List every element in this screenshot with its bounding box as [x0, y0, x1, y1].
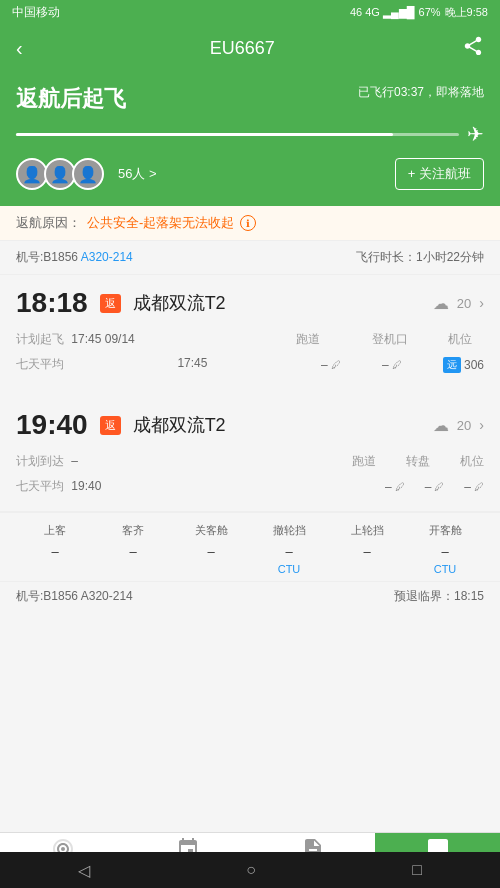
- flight-duration-info: 已飞行03:37，即将落地: [358, 84, 484, 101]
- avatar-3: 👤: [72, 158, 104, 190]
- departure-weather-icon: ☁: [433, 294, 449, 313]
- info-icon[interactable]: ℹ: [240, 215, 256, 231]
- flight-progress: ✈: [16, 122, 484, 146]
- status-sub-1: [94, 563, 172, 575]
- flight-status-text: 返航后起飞: [16, 84, 126, 114]
- departure-chevron-icon[interactable]: ›: [479, 295, 484, 311]
- status-value-row: – – – – – –: [16, 544, 484, 559]
- dep-sched-value: 17:45 09/14: [71, 332, 134, 346]
- status-val-5: –: [406, 544, 484, 559]
- status-col-3: 撤轮挡: [250, 523, 328, 538]
- aircraft-model-link[interactable]: A320-214: [81, 250, 133, 264]
- arr-sched-value: –: [71, 454, 78, 468]
- sys-back-button[interactable]: ◁: [78, 861, 90, 880]
- arr-runway-edit-icon: 🖊: [395, 481, 405, 492]
- departure-scheduled-row: 计划起飞 17:45 09/14 跑道 登机口 机位: [16, 327, 484, 352]
- hero-section: 返航后起飞 已飞行03:37，即将落地 ✈ 👤 👤 👤 56人 > + 关注航班: [0, 72, 500, 206]
- flight-duration: 飞行时长：1小时22分钟: [356, 249, 484, 266]
- bottom-preview: 预退临界：18:15: [394, 588, 484, 605]
- followers-count[interactable]: 56人 >: [118, 165, 157, 183]
- arrival-weather-icon: ☁: [433, 416, 449, 435]
- status-header-row: 上客 客齐 关客舱 撤轮挡 上轮挡 开客舱: [16, 523, 484, 538]
- status-col-4: 上轮挡: [328, 523, 406, 538]
- departure-temp: 20: [457, 296, 471, 311]
- dep-gate-edit-icon: 🖊: [392, 359, 402, 370]
- arr-turntable-value: –: [425, 480, 432, 494]
- arrival-airport: 成都双流T2: [133, 413, 226, 437]
- system-nav-bar: ◁ ○ □: [0, 852, 500, 888]
- sys-home-button[interactable]: ○: [246, 861, 256, 879]
- bottom-aircraft-info: 机号:B1856 A320-214: [16, 588, 133, 605]
- progress-track: [16, 133, 459, 136]
- status-sub-0: [16, 563, 94, 575]
- status-val-1: –: [94, 544, 172, 559]
- svg-point-0: [61, 847, 65, 851]
- dep-gate-value: –: [382, 358, 389, 372]
- status-val-3: –: [250, 544, 328, 559]
- followers-row: 👤 👤 👤 56人 > + 关注航班: [16, 158, 484, 190]
- dep-sched-label: 计划起飞: [16, 332, 64, 346]
- dep-position-label: 机位: [448, 331, 484, 348]
- status-right: 46 4G ▂▄▆█ 67% 晚上9:58: [350, 5, 488, 20]
- status-col-2: 关客舱: [172, 523, 250, 538]
- dep-runway-label: 跑道: [296, 331, 332, 348]
- dep-position-far-badge: 远: [443, 357, 461, 373]
- plane-icon: ✈: [467, 122, 484, 146]
- share-button[interactable]: [462, 35, 484, 62]
- arr-runway-label: 跑道: [352, 453, 376, 470]
- aircraft-number: 机号:B1856 A320-214: [16, 249, 133, 266]
- arr-sched-label: 计划到达: [16, 454, 64, 468]
- return-reason-label: 返航原因：: [16, 214, 81, 232]
- dep-gate-label: 登机口: [372, 331, 408, 348]
- flight-meta-bar: 机号:B1856 A320-214 飞行时长：1小时22分钟: [0, 241, 500, 275]
- share-icon: [462, 35, 484, 57]
- arrival-chevron-icon[interactable]: ›: [479, 417, 484, 433]
- app-header: ‹ EU6667: [0, 24, 500, 72]
- dep-runway-value: –: [321, 358, 328, 372]
- departure-values-row: 七天平均 17:45 – 🖊 – 🖊 远 306: [16, 352, 484, 377]
- arrival-values-row: 七天平均 19:40 – 🖊 – 🖊 – 🖊: [16, 474, 484, 499]
- status-col-5: 开客舱: [406, 523, 484, 538]
- arr-avg-label: 七天平均: [16, 479, 64, 493]
- arrival-badge: 返: [100, 416, 121, 435]
- return-reason-value: 公共安全-起落架无法收起: [87, 214, 234, 232]
- return-reason-bar: 返航原因： 公共安全-起落架无法收起 ℹ: [0, 206, 500, 241]
- status-sub-4: [328, 563, 406, 575]
- time-label: 晚上9:58: [445, 5, 488, 20]
- arrival-scheduled-row: 计划到达 – 跑道 转盘 机位: [16, 449, 484, 474]
- bottom-meta-bar: 机号:B1856 A320-214 预退临界：18:15: [0, 581, 500, 611]
- departure-badge: 返: [100, 294, 121, 313]
- status-col-0: 上客: [16, 523, 94, 538]
- arr-position-edit-icon: 🖊: [474, 481, 484, 492]
- status-val-0: –: [16, 544, 94, 559]
- sys-recent-button[interactable]: □: [412, 861, 422, 879]
- status-col-1: 客齐: [94, 523, 172, 538]
- back-button[interactable]: ‹: [16, 37, 23, 60]
- dep-avg-value: 17:45: [177, 356, 207, 373]
- arr-runway-value: –: [385, 480, 392, 494]
- status-sub-row: CTU CTU: [16, 563, 484, 575]
- arr-avg-value: 19:40: [71, 479, 101, 493]
- arr-turntable-label: 转盘: [406, 453, 430, 470]
- status-sub-3: CTU: [250, 563, 328, 575]
- status-sub-2: [172, 563, 250, 575]
- departure-segment: 18:18 返 成都双流T2 ☁ 20 › 计划起飞 17:45 09/14 跑…: [0, 275, 500, 397]
- status-sub-5: CTU: [406, 563, 484, 575]
- arrival-segment: 19:40 返 成都双流T2 ☁ 20 › 计划到达 – 跑道 转盘 机位 七天…: [0, 397, 500, 512]
- departure-airport: 成都双流T2: [133, 291, 226, 315]
- status-val-2: –: [172, 544, 250, 559]
- progress-fill: [16, 133, 393, 136]
- follower-avatars: 👤 👤 👤 56人 >: [16, 158, 157, 190]
- departure-time: 18:18: [16, 287, 88, 319]
- arrival-temp: 20: [457, 418, 471, 433]
- dep-position-value: 306: [464, 358, 484, 372]
- arr-position-label: 机位: [460, 453, 484, 470]
- status-bar: 中国移动 46 4G ▂▄▆█ 67% 晚上9:58: [0, 0, 500, 24]
- arr-position-value: –: [464, 480, 471, 494]
- battery-label: 67%: [419, 6, 441, 18]
- arr-turntable-edit-icon: 🖊: [434, 481, 444, 492]
- signal-label: 46 4G ▂▄▆█: [350, 6, 415, 19]
- arrival-time: 19:40: [16, 409, 88, 441]
- dep-runway-edit-icon: 🖊: [331, 359, 341, 370]
- follow-button[interactable]: + 关注航班: [395, 158, 484, 190]
